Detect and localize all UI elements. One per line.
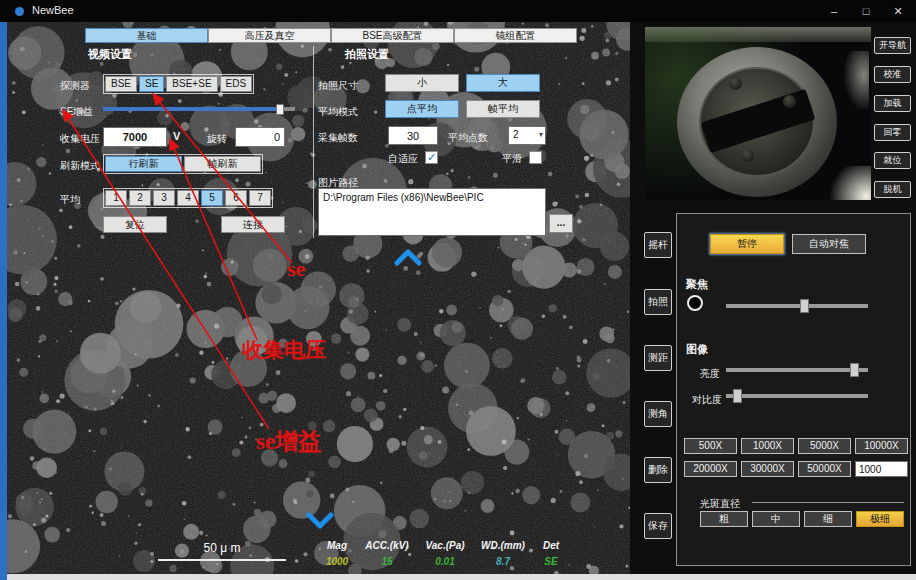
spot-option-3[interactable]: 极细	[856, 511, 904, 527]
status-header: ACC.(kV)	[362, 540, 412, 551]
calibrate-button[interactable]: 校准	[874, 66, 911, 83]
average-option-2[interactable]: 3	[153, 190, 175, 206]
joystick-button[interactable]: 摇杆	[644, 232, 672, 258]
in-place-button[interactable]: 就位	[874, 152, 911, 169]
rotation-input[interactable]	[235, 127, 285, 147]
status-header: Vac.(Pa)	[422, 540, 468, 551]
camera-glare	[823, 166, 871, 200]
status-col-2: Vac.(Pa)0.01	[422, 540, 468, 567]
desktop-left-edge	[0, 22, 7, 580]
capture-frames-input[interactable]	[388, 126, 438, 145]
status-header: Mag	[322, 540, 352, 551]
se-gain-slider[interactable]	[103, 104, 295, 115]
load-button[interactable]: 加载	[874, 95, 911, 112]
spot-option-2[interactable]: 细	[804, 511, 852, 527]
tab-2[interactable]: BSE高级配置	[331, 28, 454, 43]
slider-thumb[interactable]	[850, 363, 859, 377]
detector-option-2[interactable]: BSE+SE	[166, 76, 217, 92]
close-button[interactable]: ✕	[882, 0, 914, 22]
refresh-option-0[interactable]: 行刷新	[105, 156, 182, 172]
slider-thumb[interactable]	[733, 389, 742, 403]
adaptive-checkbox[interactable]: ✓	[425, 151, 438, 164]
collect-voltage-label: 收集电压	[60, 132, 100, 146]
focus-slider[interactable]	[726, 299, 868, 313]
mag-input[interactable]	[855, 461, 908, 477]
status-col-1: ACC.(kV)15	[362, 540, 412, 567]
detector-group: BSESEBSE+SEEDS	[103, 74, 254, 94]
refresh-option-1[interactable]: 帧刷新	[184, 156, 261, 172]
focus-indicator[interactable]	[687, 295, 703, 311]
avgmode-option-0[interactable]: 点平均	[385, 100, 459, 118]
reset-button[interactable]: 复位	[103, 216, 167, 233]
status-value: SE	[538, 556, 564, 567]
video-settings-title: 视频设置	[88, 47, 132, 62]
screw-icon	[729, 77, 742, 90]
mag-button-2[interactable]: 5000X	[798, 438, 851, 454]
mag-button-4[interactable]: 20000X	[684, 461, 737, 477]
average-option-5[interactable]: 6	[225, 190, 247, 206]
collapse-up-chevron[interactable]	[393, 248, 423, 266]
snapshot-button[interactable]: 拍照	[644, 289, 672, 315]
mag-button-6[interactable]: 50000X	[798, 461, 851, 477]
measure-angle-button[interactable]: 测角	[644, 401, 672, 427]
pause-button[interactable]: 暂停	[710, 234, 784, 254]
minimize-button[interactable]: –	[818, 0, 850, 22]
slider-thumb[interactable]	[276, 104, 284, 115]
camera-highlight	[843, 51, 869, 111]
detector-option-0[interactable]: BSE	[105, 76, 137, 92]
detector-option-3[interactable]: EDS	[220, 76, 253, 92]
spot-option-1[interactable]: 中	[752, 511, 800, 527]
tab-0[interactable]: 基础	[85, 28, 208, 43]
status-col-3: WD.(mm)8.7	[478, 540, 528, 567]
mag-button-0[interactable]: 500X	[684, 438, 737, 454]
average-option-4[interactable]: 5	[201, 190, 223, 206]
collect-voltage-input[interactable]	[103, 127, 167, 147]
maximize-button[interactable]: □	[850, 0, 882, 22]
average-points-label: 平均点数	[448, 131, 488, 145]
average-option-3[interactable]: 4	[177, 190, 199, 206]
status-col-4: DetSE	[538, 540, 564, 567]
connect-button[interactable]: 连接	[221, 216, 285, 233]
image-path-box[interactable]: D:\Program Files (x86)\NewBee\PIC	[318, 188, 546, 236]
contrast-slider[interactable]	[726, 389, 868, 403]
zero-button[interactable]: 回零	[874, 124, 911, 141]
average-option-0[interactable]: 1	[105, 190, 127, 206]
contrast-label: 对比度	[692, 393, 722, 407]
size-option-1[interactable]: 大	[466, 74, 540, 92]
average-option-6[interactable]: 7	[249, 190, 271, 206]
size-option-0[interactable]: 小	[385, 74, 459, 92]
avgmode-option-1[interactable]: 帧平均	[466, 100, 540, 118]
average-points-select[interactable]: 2 ▾	[508, 126, 546, 145]
smooth-label: 平滑	[502, 152, 522, 166]
average-mode-group: 点平均帧平均	[385, 100, 540, 118]
status-value: 0.01	[422, 556, 468, 567]
spot-diameter-group: 粗中细极细	[700, 511, 904, 527]
slider-track	[726, 368, 868, 372]
spot-option-0[interactable]: 粗	[700, 511, 748, 527]
detector-option-1[interactable]: SE	[139, 76, 164, 92]
mag-button-5[interactable]: 30000X	[741, 461, 794, 477]
offline-button[interactable]: 脱机	[874, 181, 911, 198]
average-option-1[interactable]: 2	[129, 190, 151, 206]
scale-bar-label: 50 μ m	[163, 541, 281, 555]
tab-1[interactable]: 高压及真空	[208, 28, 331, 43]
autofocus-button[interactable]: 自动对焦	[792, 234, 866, 254]
measure-distance-button[interactable]: 测距	[644, 345, 672, 371]
browse-button[interactable]: ...	[549, 214, 573, 233]
brightness-slider[interactable]	[726, 363, 868, 377]
smooth-checkbox[interactable]	[529, 151, 542, 164]
mag-button-3[interactable]: 10000X	[855, 438, 908, 454]
save-button[interactable]: 保存	[644, 513, 672, 539]
mag-button-1[interactable]: 1000X	[741, 438, 794, 454]
title-bar: NewBee – □ ✕	[0, 0, 916, 22]
delete-button[interactable]: 删除	[644, 457, 672, 483]
dropdown-arrow-icon: ▾	[539, 130, 543, 139]
tab-3[interactable]: 镜组配置	[454, 28, 577, 43]
annotation-gain: se增益	[256, 426, 321, 457]
photo-size-group: 小大	[385, 74, 540, 92]
slider-thumb[interactable]	[800, 299, 809, 313]
slider-track	[103, 107, 295, 111]
collapse-down-chevron[interactable]	[305, 512, 335, 530]
window-title: NewBee	[32, 4, 74, 16]
open-nav-button[interactable]: 开导航	[874, 37, 911, 54]
